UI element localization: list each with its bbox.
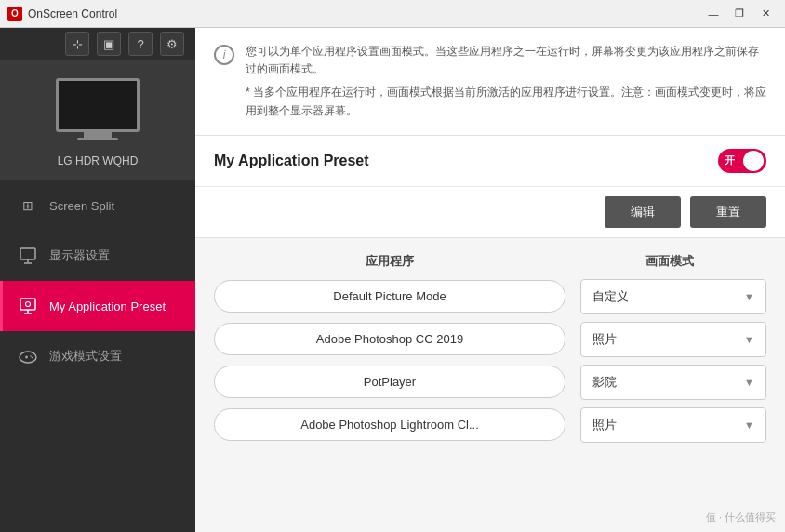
app-preset-label: My Application Preset bbox=[49, 299, 166, 313]
sidebar: ⊹ ▣ ? ⚙ LG HDR WQHD ⊞ Screen Split bbox=[0, 28, 195, 532]
edit-button[interactable]: 编辑 bbox=[605, 196, 681, 228]
table-row: Default Picture Mode 自定义 ▼ bbox=[214, 279, 766, 314]
toggle-knob bbox=[743, 151, 764, 171]
watermark: 值 · 什么值得买 bbox=[706, 511, 776, 525]
display-settings-label: 显示器设置 bbox=[49, 247, 110, 264]
preset-header: My Application Preset 开 bbox=[195, 136, 785, 187]
titlebar: O OnScreen Control — ❐ ✕ bbox=[0, 0, 785, 28]
chevron-down-icon: ▼ bbox=[744, 419, 754, 431]
monitor-display: LG HDR WQHD bbox=[0, 60, 195, 180]
mode-cell[interactable]: 影院 ▼ bbox=[580, 365, 766, 400]
mode-value: 影院 bbox=[592, 374, 617, 391]
chevron-down-icon: ▼ bbox=[744, 334, 754, 345]
mode-value: 照片 bbox=[592, 331, 617, 348]
table-row: PotPlayer 影院 ▼ bbox=[214, 365, 766, 400]
sidebar-item-screen-split[interactable]: ⊞ Screen Split bbox=[0, 180, 195, 231]
table-area: 应用程序 画面模式 Default Picture Mode 自定义 ▼ Ado… bbox=[195, 238, 785, 532]
svg-rect-3 bbox=[20, 299, 35, 310]
col-app-header: 应用程序 bbox=[218, 253, 562, 270]
toggle-on-label: 开 bbox=[725, 153, 735, 167]
svg-point-10 bbox=[30, 355, 32, 357]
window-controls: — ❐ ✕ bbox=[701, 4, 778, 24]
minimize-button[interactable]: — bbox=[701, 4, 725, 24]
display-settings-icon bbox=[18, 246, 38, 266]
close-button[interactable]: ✕ bbox=[753, 4, 778, 24]
info-text: 您可以为单个应用程序设置画面模式。当这些应用程序之一在运行时，屏幕将变更为该应用… bbox=[246, 43, 766, 120]
info-icon: i bbox=[214, 45, 234, 65]
sidebar-item-app-preset[interactable]: My Application Preset bbox=[0, 281, 195, 331]
table-header: 应用程序 画面模式 bbox=[214, 253, 766, 270]
settings-icon-btn[interactable]: ⚙ bbox=[160, 32, 184, 56]
chevron-down-icon: ▼ bbox=[744, 377, 754, 388]
reset-button[interactable]: 重置 bbox=[690, 196, 766, 228]
sidebar-nav: ⊞ Screen Split 显示器设置 bbox=[0, 180, 195, 532]
toggle-switch[interactable]: 开 bbox=[718, 149, 766, 173]
app-cell: PotPlayer bbox=[214, 366, 565, 398]
mode-value: 自定义 bbox=[592, 288, 629, 305]
app-cell: Adobe Photoshop Lightroom Cl... bbox=[214, 408, 565, 441]
screen-split-icon: ⊞ bbox=[18, 195, 38, 216]
mode-cell[interactable]: 照片 ▼ bbox=[580, 407, 766, 443]
main-container: ⊹ ▣ ? ⚙ LG HDR WQHD ⊞ Screen Split bbox=[0, 28, 785, 532]
preset-title: My Application Preset bbox=[214, 153, 369, 169]
app-icon-label: O bbox=[11, 8, 19, 19]
table-row: Adobe Photoshop CC 2019 照片 ▼ bbox=[214, 322, 766, 357]
game-settings-label: 游戏模式设置 bbox=[49, 348, 122, 365]
display-icon-btn[interactable]: ▣ bbox=[97, 32, 121, 56]
monitor-base bbox=[77, 138, 118, 140]
info-description: 您可以为单个应用程序设置画面模式。当这些应用程序之一在运行时，屏幕将变更为该应用… bbox=[246, 43, 766, 78]
sidebar-topbar: ⊹ ▣ ? ⚙ bbox=[0, 28, 195, 60]
window-title: OnScreen Control bbox=[28, 7, 701, 20]
sidebar-item-display-settings[interactable]: 显示器设置 bbox=[0, 231, 195, 281]
screen-split-label: Screen Split bbox=[49, 199, 114, 213]
action-bar: 编辑 重置 bbox=[195, 187, 785, 238]
app-cell: Default Picture Mode bbox=[214, 280, 565, 313]
restore-button[interactable]: ❐ bbox=[727, 4, 752, 24]
sidebar-item-game-settings[interactable]: 游戏模式设置 bbox=[0, 331, 195, 381]
table-row: Adobe Photoshop Lightroom Cl... 照片 ▼ bbox=[214, 407, 766, 443]
content-area: i 您可以为单个应用程序设置画面模式。当这些应用程序之一在运行时，屏幕将变更为该… bbox=[195, 28, 785, 532]
col-mode-header: 画面模式 bbox=[577, 253, 763, 270]
app-cell: Adobe Photoshop CC 2019 bbox=[214, 323, 565, 355]
chevron-down-icon: ▼ bbox=[744, 291, 754, 302]
table-rows: Default Picture Mode 自定义 ▼ Adobe Photosh… bbox=[214, 279, 766, 443]
monitor-icon bbox=[56, 78, 140, 141]
mode-value: 照片 bbox=[592, 417, 617, 433]
info-section: i 您可以为单个应用程序设置画面模式。当这些应用程序之一在运行时，屏幕将变更为该… bbox=[195, 28, 785, 136]
mode-cell[interactable]: 自定义 ▼ bbox=[580, 279, 766, 314]
cursor-icon-btn[interactable]: ⊹ bbox=[65, 32, 89, 56]
info-note: * 当多个应用程序在运行时，画面模式根据当前所激活的应用程序进行设置。注意：画面… bbox=[246, 84, 766, 119]
game-settings-icon bbox=[18, 346, 38, 366]
svg-rect-0 bbox=[20, 248, 35, 259]
app-icon: O bbox=[7, 7, 22, 21]
svg-point-6 bbox=[26, 302, 31, 307]
help-icon-btn[interactable]: ? bbox=[128, 32, 153, 56]
app-preset-icon bbox=[18, 296, 38, 316]
mode-cell[interactable]: 照片 ▼ bbox=[580, 322, 766, 357]
svg-point-11 bbox=[32, 357, 33, 359]
monitor-label: LG HDR WQHD bbox=[58, 154, 139, 167]
monitor-screen bbox=[56, 78, 140, 132]
toggle-track[interactable]: 开 bbox=[718, 149, 766, 173]
